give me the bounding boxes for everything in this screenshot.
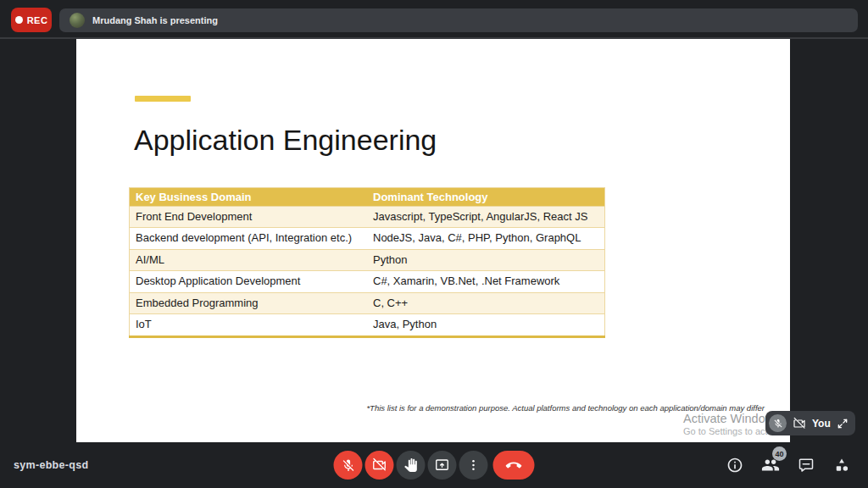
technology-table: Key Business Domain Dominant Technology … xyxy=(129,187,605,338)
chat-button[interactable] xyxy=(795,454,817,476)
present-icon xyxy=(435,458,450,473)
domain-cell: Backend development (API, Integration et… xyxy=(130,228,368,249)
slide-title: Application Engineering xyxy=(134,124,437,157)
presenting-banner: Mrudang Shah is presenting xyxy=(59,8,858,32)
mic-toggle-button[interactable] xyxy=(334,451,363,480)
domain-cell: Desktop Application Development xyxy=(130,271,368,292)
call-end-icon xyxy=(506,458,522,474)
technology-cell: Javascript, TypeScript, AngularJS, React… xyxy=(367,207,605,228)
table-row: IoT Java, Python xyxy=(130,314,605,336)
more-options-button[interactable] xyxy=(459,451,488,480)
meeting-control-bar: sym-ebbe-qsd xyxy=(0,442,868,488)
table-row: Embedded Programming C, C++ xyxy=(130,292,605,313)
slide-footnote: *This list is for a demonstration purpos… xyxy=(331,403,765,413)
end-call-button[interactable] xyxy=(493,451,535,480)
expand-icon[interactable] xyxy=(837,418,849,430)
domain-cell: AI/ML xyxy=(130,249,368,270)
table-header-row: Key Business Domain Dominant Technology xyxy=(130,188,605,207)
participants-button[interactable]: 40 xyxy=(760,454,782,476)
meeting-panels: 40 xyxy=(724,454,853,476)
domain-cell: Front End Development xyxy=(130,207,368,228)
table-row: Front End Development Javascript, TypeSc… xyxy=(130,207,605,228)
participants-count-badge: 40 xyxy=(772,446,787,461)
more-vert-icon xyxy=(467,458,481,472)
tech-table-body: Front End Development Javascript, TypeSc… xyxy=(130,207,605,337)
technology-cell: Python xyxy=(367,249,605,270)
videocam-off-icon xyxy=(372,458,387,473)
info-icon xyxy=(726,457,743,474)
self-view-label: You xyxy=(812,418,831,430)
table-row: AI/ML Python xyxy=(130,249,605,270)
hand-raise-icon xyxy=(404,458,418,472)
presented-slide: Application Engineering Key Business Dom… xyxy=(76,39,790,442)
header-key-business-domain: Key Business Domain xyxy=(130,188,368,207)
activities-icon xyxy=(833,457,850,474)
recording-label: REC xyxy=(27,15,48,25)
record-dot-icon xyxy=(15,16,23,24)
mic-off-icon xyxy=(773,419,783,429)
self-view-tile[interactable]: You xyxy=(765,411,855,435)
camera-toggle-button[interactable] xyxy=(365,451,394,480)
meeting-code: sym-ebbe-qsd xyxy=(14,459,88,471)
mic-off-icon xyxy=(341,458,355,473)
recording-badge: REC xyxy=(11,8,52,32)
domain-cell: IoT xyxy=(130,314,368,336)
activities-button[interactable] xyxy=(831,454,853,476)
domain-cell: Embedded Programming xyxy=(130,292,368,313)
presenter-avatar xyxy=(70,13,85,28)
table-row: Desktop Application Development C#, Xama… xyxy=(130,271,605,292)
table-row: Backend development (API, Integration et… xyxy=(130,228,605,249)
technology-cell: C#, Xamarin, VB.Net, .Net Framework xyxy=(367,271,605,292)
presenting-text: Mrudang Shah is presenting xyxy=(92,15,218,25)
self-mic-status xyxy=(769,414,787,432)
chat-icon xyxy=(798,457,815,474)
header-dominant-technology: Dominant Technology xyxy=(367,188,605,207)
technology-cell: Java, Python xyxy=(367,314,605,336)
technology-cell: NodeJS, Java, C#, PHP, Python, GraphQL xyxy=(367,228,605,249)
present-screen-button[interactable] xyxy=(428,451,457,480)
videocam-off-icon xyxy=(793,417,806,430)
raise-hand-button[interactable] xyxy=(397,451,426,480)
meeting-details-button[interactable] xyxy=(724,454,746,476)
slide-accent-bar xyxy=(135,96,191,102)
technology-cell: C, C++ xyxy=(367,292,605,313)
call-controls xyxy=(334,451,535,480)
